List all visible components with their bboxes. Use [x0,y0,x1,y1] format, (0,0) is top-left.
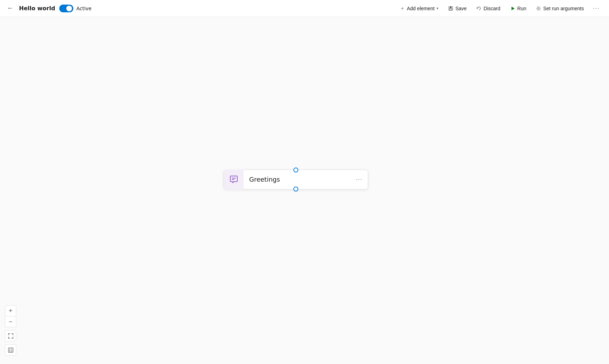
save-button[interactable]: Save [444,4,471,13]
svg-rect-1 [450,6,452,8]
toolbar: ← Hello world Active ＋ Add element ▾ S [0,0,609,17]
canvas-controls-wrapper: + − [5,305,16,357]
save-label: Save [455,6,467,11]
minimap-button[interactable] [5,345,16,355]
top-connector[interactable] [293,168,298,172]
fit-icon [8,333,13,339]
svg-rect-10 [9,350,10,352]
discard-button[interactable]: Discard [472,4,504,13]
svg-rect-11 [11,350,12,352]
toolbar-right: ＋ Add element ▾ Save Discard [396,3,603,14]
fit-controls [5,330,16,341]
chevron-down-icon: ▾ [437,6,438,10]
svg-marker-3 [511,6,514,10]
page-title: Hello world [19,5,55,12]
svg-rect-2 [450,8,452,10]
run-label: Run [517,6,526,11]
gear-icon [536,6,541,11]
save-icon [448,6,453,11]
canvas: Greetings ··· + − [0,17,609,364]
minimap-icon [8,347,13,353]
node-card: Greetings ··· [224,170,368,189]
run-button[interactable]: Run [506,4,531,13]
svg-rect-7 [8,347,13,352]
chat-icon [230,175,238,184]
toggle-thumb [66,6,72,11]
svg-rect-8 [9,348,10,349]
active-toggle[interactable] [59,5,73,12]
minimap-controls [5,344,16,356]
bottom-connector[interactable] [293,187,298,192]
discard-icon [476,6,481,11]
back-button[interactable]: ← [6,3,15,13]
add-element-label: Add element [407,6,435,11]
zoom-controls: + − [5,305,16,327]
node-more-button[interactable]: ··· [351,174,367,186]
zoom-out-button[interactable]: − [5,316,16,327]
node-icon-area [224,170,244,189]
plus-icon: ＋ [400,5,405,12]
active-label: Active [76,6,91,11]
svg-rect-9 [11,348,12,349]
set-run-args-label: Set run arguments [543,6,584,11]
toggle-container: Active [59,5,91,12]
node-label: Greetings [244,176,351,183]
set-run-args-button[interactable]: Set run arguments [532,4,588,13]
svg-point-4 [538,7,539,9]
fit-screen-button[interactable] [5,330,16,341]
toolbar-left: ← Hello world Active [6,3,396,13]
zoom-in-button[interactable]: + [5,306,16,316]
more-options-button[interactable]: ··· [590,3,603,14]
add-element-button[interactable]: ＋ Add element ▾ [396,3,443,14]
discard-label: Discard [483,6,500,11]
run-icon [510,6,515,11]
toggle-track [59,5,73,12]
